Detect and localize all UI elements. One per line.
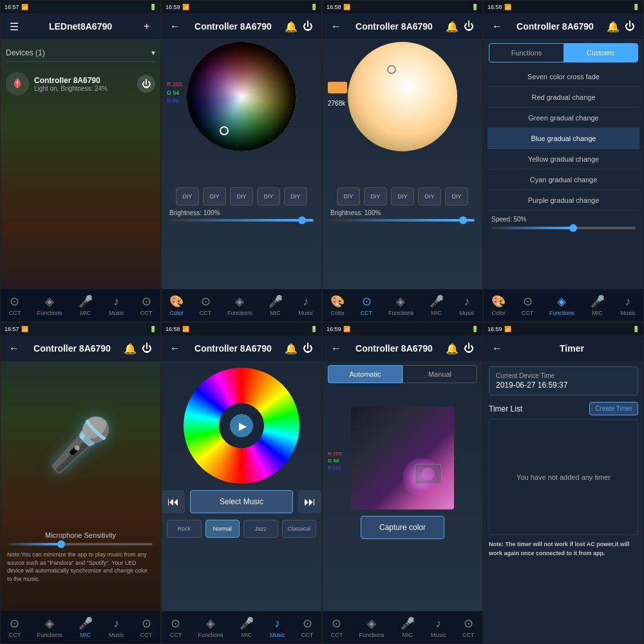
tab-functions-btn[interactable]: Functions <box>489 44 564 62</box>
back-icon-mic[interactable]: ← <box>6 340 23 357</box>
nav-cct2-6[interactable]: ⊙ CCT <box>301 616 314 638</box>
nav-functions-4[interactable]: ◈ Functions <box>549 294 574 316</box>
power-icon-music[interactable]: ⏻ <box>299 340 316 357</box>
rewind-button[interactable]: ⏮ <box>162 490 185 513</box>
nav-music-6[interactable]: ♪ Music <box>270 617 285 638</box>
nav-mic-2[interactable]: 🎤 MIC <box>269 294 283 316</box>
power-icon-capture[interactable]: ⏻ <box>460 340 477 357</box>
function-item-0[interactable]: Seven color cross fade <box>488 66 639 87</box>
function-item-3[interactable]: Blue gradual change <box>488 128 639 149</box>
tab-customs-btn[interactable]: Customs <box>564 44 638 62</box>
chevron-down-icon[interactable]: ▾ <box>151 48 155 57</box>
brightness-thumb-3[interactable] <box>459 216 467 224</box>
nav-functions-3[interactable]: ◈ Functions <box>388 294 413 316</box>
nav-color-4[interactable]: 🎨 Color <box>491 294 506 316</box>
nav-cct-6[interactable]: ⊙ CCT <box>170 616 182 638</box>
nav-functions-7[interactable]: ◈ Functions <box>359 616 384 638</box>
nav-functions-2[interactable]: ◈ Functions <box>227 294 252 316</box>
nav-music-7[interactable]: ♪ Music <box>431 617 446 638</box>
diy-btn-cct-5[interactable]: DIY <box>445 187 468 205</box>
power-icon-functions[interactable]: ⏻ <box>621 18 638 35</box>
nav-music-2[interactable]: ♪ Music <box>298 295 314 316</box>
fast-forward-button[interactable]: ⏭ <box>298 490 321 513</box>
brightness-slider-2[interactable] <box>169 219 314 222</box>
select-music-button[interactable]: Select Music <box>190 490 293 513</box>
tab-auto-btn[interactable]: Automatic <box>328 365 402 383</box>
speed-thumb[interactable] <box>569 224 577 232</box>
back-icon-music[interactable]: ← <box>167 340 184 357</box>
nav-item-cct-1[interactable]: ⊙ CCT <box>9 294 21 316</box>
alarm-icon-functions[interactable]: 🔔 <box>605 18 621 35</box>
diy-btn-1[interactable]: DIY <box>176 187 199 205</box>
function-item-2[interactable]: Green gradual change <box>488 108 639 128</box>
nav-item-music-1[interactable]: ♪ Music <box>109 295 124 316</box>
nav-functions-5[interactable]: ◈ Functions <box>37 616 62 638</box>
alarm-icon-capture[interactable]: 🔔 <box>444 340 460 357</box>
nav-cct2-5[interactable]: ⊙ CCT <box>140 616 153 638</box>
back-icon-color[interactable]: ← <box>167 18 184 35</box>
diy-btn-cct-2[interactable]: DIY <box>364 187 387 205</box>
nav-music-3[interactable]: ♪ Music <box>459 295 475 316</box>
nav-color-2[interactable]: 🎨 Color <box>169 294 184 316</box>
power-icon-color[interactable]: ⏻ <box>299 18 316 35</box>
function-item-6[interactable]: Purple gradual change <box>488 190 639 211</box>
nav-cct-2[interactable]: ⊙ CCT <box>200 294 212 316</box>
genre-rock[interactable]: Rock <box>167 520 202 538</box>
nav-item-functions-1[interactable]: ◈ Functions <box>37 294 62 316</box>
diy-btn-5[interactable]: DIY <box>284 187 307 205</box>
genre-jazz[interactable]: Jazz <box>243 520 278 538</box>
nav-cct-4[interactable]: ⊙ CCT <box>522 294 534 316</box>
brightness-thumb-2[interactable] <box>298 216 306 224</box>
brightness-slider-3[interactable] <box>330 219 475 222</box>
alarm-icon-mic[interactable]: 🔔 <box>122 340 138 357</box>
power-icon-cct[interactable]: ⏻ <box>460 18 477 35</box>
nav-music-5[interactable]: ♪ Music <box>109 617 124 638</box>
nav-mic-7[interactable]: 🎤 MIC <box>401 616 415 638</box>
diy-btn-3[interactable]: DIY <box>230 187 253 205</box>
power-button-device[interactable]: ⏻ <box>137 75 155 93</box>
add-device-button[interactable]: + <box>138 18 155 35</box>
nav-functions-6[interactable]: ◈ Functions <box>198 616 223 638</box>
mic-thumb[interactable] <box>57 540 65 548</box>
genre-classical[interactable]: Classical <box>282 520 317 538</box>
back-icon-capture[interactable]: ← <box>328 340 345 357</box>
nav-cct-7[interactable]: ⊙ CCT <box>331 616 343 638</box>
menu-icon[interactable]: ☰ <box>6 18 23 35</box>
nav-mic-5[interactable]: 🎤 MIC <box>79 616 93 638</box>
device-item[interactable]: Controller 8A6790 Light on, Brightness: … <box>6 67 155 100</box>
nav-color-3[interactable]: 🎨 Color <box>330 294 345 316</box>
diy-btn-2[interactable]: DIY <box>203 187 226 205</box>
nav-mic-6[interactable]: 🎤 MIC <box>240 616 254 638</box>
color-wheel[interactable] <box>187 42 296 151</box>
nav-cct-5[interactable]: ⊙ CCT <box>9 616 21 638</box>
nav-cct-3[interactable]: ⊙ CCT <box>361 294 373 316</box>
nav-mic-3[interactable]: 🎤 MIC <box>430 294 444 316</box>
function-item-5[interactable]: Cyan gradual change <box>488 169 639 190</box>
nav-cct2-7[interactable]: ⊙ CCT <box>462 616 475 638</box>
function-item-1[interactable]: Red gradual change <box>488 87 639 108</box>
tab-manual-btn[interactable]: Manual <box>402 365 477 383</box>
back-icon-cct[interactable]: ← <box>328 18 345 35</box>
alarm-icon-color[interactable]: 🔔 <box>283 18 299 35</box>
diy-btn-cct-4[interactable]: DIY <box>418 187 441 205</box>
function-item-4[interactable]: Yellow gradual change <box>488 149 639 169</box>
diy-btn-cct-3[interactable]: DIY <box>391 187 414 205</box>
capture-color-button[interactable]: Capture color <box>361 516 444 539</box>
back-icon-functions[interactable]: ← <box>489 18 506 35</box>
alarm-icon-cct[interactable]: 🔔 <box>444 18 460 35</box>
speed-slider[interactable] <box>491 227 636 229</box>
nav-item-mic-1[interactable]: 🎤 MIC <box>79 294 93 316</box>
back-icon-timer[interactable]: ← <box>489 340 506 357</box>
mic-slider[interactable] <box>8 543 153 545</box>
diy-btn-cct-1[interactable]: DIY <box>337 187 360 205</box>
diy-btn-4[interactable]: DIY <box>257 187 280 205</box>
genre-normal[interactable]: Normal <box>205 520 240 538</box>
alarm-icon-music[interactable]: 🔔 <box>283 340 299 357</box>
play-button[interactable]: ▶ <box>230 414 253 437</box>
nav-mic-4[interactable]: 🎤 MIC <box>591 294 605 316</box>
cct-circle[interactable] <box>348 42 457 151</box>
nav-music-4[interactable]: ♪ Music <box>620 295 636 316</box>
power-icon-mic[interactable]: ⏻ <box>138 340 155 357</box>
create-timer-button[interactable]: Create Timer <box>589 402 638 415</box>
nav-item-cct2-1[interactable]: ⊙ CCT <box>140 294 153 316</box>
